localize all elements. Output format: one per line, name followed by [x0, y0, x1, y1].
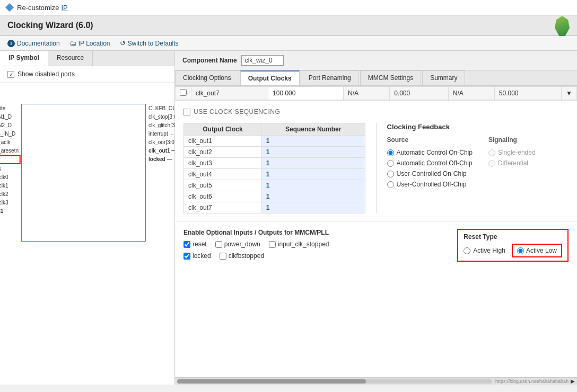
source-auto-off-chip-radio[interactable] — [387, 160, 394, 167]
folder-icon: 🗂 — [69, 39, 76, 47]
port-interrupt: interrupt ← — [146, 130, 174, 138]
tab-mmcm-settings[interactable]: MMCM Settings — [360, 70, 421, 85]
info-icon: i — [7, 40, 15, 47]
url-hint: https://blog.csdn.net/hahahahahah — [495, 379, 569, 384]
ip-location-label: IP Location — [78, 40, 110, 47]
tab-resource[interactable]: Resource — [48, 51, 93, 66]
reset-active-high-radio[interactable] — [464, 247, 470, 254]
source-auto-off-chip-label: Automatic Control Off-Chip — [397, 159, 473, 167]
documentation-label: Documentation — [17, 40, 60, 47]
port-clkfb-in-d: + CLKFB_IN_D — [0, 130, 21, 138]
tab-output-clocks[interactable]: Output Clocks — [240, 70, 300, 85]
bottom-section: Enable Optional Inputs / Outputs for MMC… — [175, 221, 577, 271]
opt-reset-label: reset — [193, 240, 207, 248]
opt-clkfbstopped-label: clkfbstopped — [229, 252, 264, 260]
clocking-feedback-title: Clocking Feedback — [387, 123, 569, 131]
opt-locked: locked — [183, 252, 211, 260]
port-clkfb-out-d: CLKFB_OUT_D + — [146, 104, 174, 112]
source-auto-off-chip: Automatic Control Off-Chip — [387, 159, 473, 167]
right-panel: Component Name clk_wiz_0 Clocking Option… — [175, 51, 577, 385]
seq-row-1: clk_out2 1 — [184, 147, 365, 158]
opt-clkfbstopped: clkfbstopped — [220, 252, 264, 260]
tab-port-renaming[interactable]: Port Renaming — [301, 70, 359, 85]
top-bar: Re-customize IP — [0, 0, 577, 15]
tab-summary[interactable]: Summary — [422, 70, 465, 85]
tab-clocking-options[interactable]: Clocking Options — [175, 70, 239, 85]
reset-active-low-box: Active Low — [512, 244, 562, 257]
page-title: Clocking Wizard (6.0) — [7, 21, 570, 30]
use-clock-seq-checkbox[interactable] — [183, 109, 190, 115]
source-user-off-chip-radio[interactable] — [387, 181, 394, 188]
source-user-off-chip-label: User-Controlled Off-Chip — [397, 181, 467, 188]
signaling-col: Signaling Single-ended Differential — [488, 136, 536, 188]
scroll-right-arrow[interactable]: ▶ — [571, 378, 575, 384]
seq-row-4: clk_out5 1 — [184, 180, 365, 191]
seq-header-number: Sequence Number — [261, 123, 365, 136]
opt-clkfbstopped-checkbox[interactable] — [220, 253, 226, 260]
port-user-clk3: → user_clk3 — [0, 199, 21, 207]
clk-out7-enable[interactable] — [180, 89, 187, 96]
ip-location-button[interactable]: 🗂 IP Location — [69, 39, 110, 47]
port-user-clk0: → user_clk0 — [0, 173, 21, 181]
seq-row-5: clk_out6 1 — [184, 191, 365, 202]
seq-num-3: 1 — [261, 169, 365, 180]
component-name-bar: Component Name clk_wiz_0 — [175, 51, 577, 70]
signaling-label: Signaling — [488, 136, 536, 144]
right-tabs: Clocking Options Output Clocks Port Rena… — [175, 70, 577, 86]
left-options: Show disabled ports — [0, 66, 174, 83]
opt-reset-checkbox[interactable] — [183, 241, 190, 248]
clk-out7-used: 50.000 — [494, 87, 561, 100]
port-clk-in1-d: + CLK_IN1_D — [0, 113, 21, 121]
signaling-single-ended-radio[interactable] — [488, 149, 495, 156]
opt-power-down-checkbox[interactable] — [215, 241, 222, 248]
sequence-table-section: Output Clock Sequence Number clk_out1 1 — [183, 123, 365, 213]
use-clock-sequencing: USE CLOCK SEQUENCING — [183, 108, 569, 115]
optional-inputs-section: Enable Optional Inputs / Outputs for MMC… — [183, 229, 447, 264]
opt-locked-label: locked — [193, 252, 211, 260]
port-clk-oor: clk_oor[3:0] ← — [146, 138, 174, 146]
seq-header-clock: Output Clock — [184, 123, 262, 136]
scrollbar-track[interactable] — [177, 379, 492, 384]
seq-row-6: clk_out7 1 — [184, 202, 365, 213]
bottom-row: Enable Optional Inputs / Outputs for MMC… — [183, 229, 569, 264]
documentation-button[interactable]: i Documentation — [7, 40, 60, 47]
opt-locked-checkbox[interactable] — [183, 253, 190, 260]
tab-ip-symbol[interactable]: IP Symbol — [0, 51, 48, 66]
scrollbar-area: https://blog.csdn.net/hahahahahah ▶ — [175, 377, 577, 385]
scroll-arrow: ▼ — [562, 87, 577, 100]
clk-out7-drives: N/A — [448, 87, 494, 100]
signaling-differential-radio[interactable] — [488, 160, 495, 167]
opt-power-down: power_down — [215, 240, 260, 248]
scrollbar-thumb[interactable] — [177, 379, 366, 384]
show-disabled-ports-checkbox[interactable] — [7, 71, 14, 78]
port-clk-stop: clk_stop[3:0] ← — [146, 113, 174, 121]
optional-inputs-row1: reset power_down input_clk_stopped — [183, 240, 447, 248]
seq-clock-2: clk_out3 — [184, 158, 262, 169]
port-s-axi-aclk: → s_axi_aclk — [0, 138, 21, 146]
diamond-icon — [5, 3, 14, 12]
port-clk-in1: — clk_in1 — [0, 207, 21, 215]
reset-active-low-radio[interactable] — [517, 247, 524, 254]
toolbar: i Documentation 🗂 IP Location ↺ Switch t… — [0, 36, 577, 51]
port-resetn: ◆ resetn — [0, 155, 21, 164]
component-name-value: clk_wiz_0 — [241, 55, 284, 66]
reset-type-section: Reset Type Active High Active Low — [457, 229, 569, 262]
port-ref-clk: → ref_clk — [0, 165, 21, 173]
port-clk-in2-d: + CLK_IN2_D — [0, 121, 21, 129]
symbol-area: + s_axi_lite + CLK_IN1_D + CLK_IN2_D + C… — [0, 83, 174, 385]
opt-input-clk-stopped-checkbox[interactable] — [269, 241, 276, 248]
seq-clock-1: clk_out2 — [184, 147, 262, 158]
seq-row-3: clk_out4 1 — [184, 169, 365, 180]
source-auto-on-chip-radio[interactable] — [387, 149, 394, 156]
source-user-on-chip-radio[interactable] — [387, 171, 394, 177]
port-locked: locked — — [146, 155, 174, 163]
reset-active-high-label: Active High — [473, 247, 505, 254]
ip-link[interactable]: IP — [61, 4, 67, 12]
port-clk-out1: clk_out1 — — [146, 147, 174, 155]
switch-defaults-button[interactable]: ↺ Switch to Defaults — [120, 39, 179, 47]
source-signaling: Source Automatic Control On-Chip Automat… — [387, 136, 569, 188]
reset-active-high: Active High — [464, 247, 505, 254]
reset-type-box: Reset Type Active High Active Low — [457, 229, 569, 262]
seq-num-4: 1 — [261, 180, 365, 191]
signaling-single-ended-label: Single-ended — [498, 149, 536, 156]
